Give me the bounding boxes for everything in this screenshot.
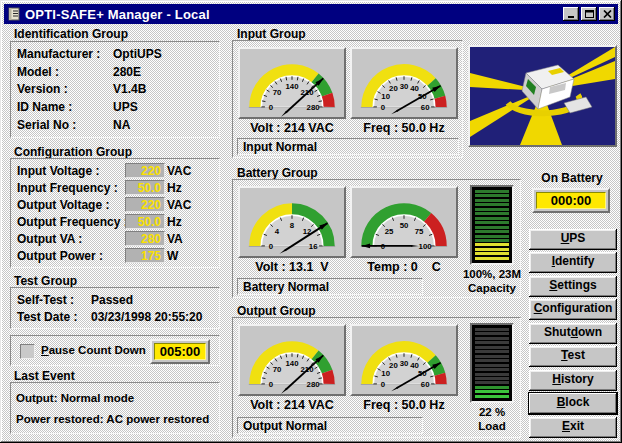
output-va-value: 280	[125, 231, 165, 246]
self-test-value: Passed	[91, 293, 133, 307]
output-load-bar	[470, 323, 514, 403]
input-volt-gauge-panel: 070140210280	[238, 47, 346, 119]
battery-temp-gauge: 0255075100	[352, 188, 456, 256]
input-voltage-value: 220	[125, 163, 165, 178]
app-window: OPTI-SAFE+ Manager - Local Identificatio…	[0, 0, 622, 443]
block-button[interactable]: Block	[529, 393, 617, 414]
svg-text:30: 30	[400, 82, 409, 91]
svg-text:60: 60	[421, 380, 430, 389]
ups-picture	[468, 45, 617, 147]
output-group-title: Output Group	[237, 304, 316, 318]
version-value: V1.4B	[113, 82, 146, 96]
configuration-group-title: Configuration Group	[14, 145, 132, 159]
output-volt-caption: Volt : 214 VAC	[238, 398, 346, 412]
svg-text:0: 0	[269, 103, 274, 112]
svg-text:8: 8	[290, 221, 295, 230]
svg-text:75: 75	[415, 227, 424, 236]
last-event-line-1: Output: Normal mode	[16, 392, 214, 404]
output-frequency-row: Output Frequency :50.0Hz	[17, 214, 213, 229]
maximize-icon[interactable]	[581, 7, 597, 21]
battery-group-title: Battery Group	[237, 166, 318, 180]
output-group-panel: 070140210280 0102030405060 Volt : 214 VA…	[232, 317, 521, 438]
identification-group-title: Identification Group	[14, 27, 128, 41]
model-row: Model :280E	[17, 65, 213, 79]
battery-volt-gauge-panel: 0481216	[238, 186, 346, 258]
svg-text:16: 16	[309, 242, 318, 251]
svg-text:10: 10	[381, 369, 390, 378]
ups-button[interactable]: UPS	[529, 229, 617, 250]
configuration-button[interactable]: Configuration	[529, 299, 617, 320]
output-va-row: Output VA :280VA	[17, 231, 213, 246]
battery-volt-gauge: 0481216	[240, 188, 344, 256]
identification-panel: Manufacturer :OptiUPS Model :280E Versio…	[10, 41, 220, 138]
svg-text:140: 140	[285, 82, 299, 91]
ups-3d-image	[470, 47, 615, 145]
output-load-label: 22 % Load	[459, 405, 525, 433]
input-freq-caption: Freq : 50.0 Hz	[350, 121, 458, 135]
exit-button[interactable]: Exit	[529, 417, 617, 438]
output-volt-gauge: 070140210280	[240, 326, 344, 394]
settings-button[interactable]: Settings	[529, 276, 617, 297]
last-event-title: Last Event	[14, 369, 75, 383]
serial-no-value: NA	[113, 118, 130, 132]
output-freq-gauge-panel: 0102030405060	[350, 324, 458, 396]
battery-capacity-bar	[470, 185, 514, 265]
input-freq-gauge-panel: 0102030405060	[350, 47, 458, 119]
titlebar[interactable]: OPTI-SAFE+ Manager - Local	[4, 4, 618, 24]
svg-text:0: 0	[381, 380, 386, 389]
input-volt-gauge: 070140210280	[240, 49, 344, 117]
input-group-title: Input Group	[237, 27, 306, 41]
output-freq-gauge: 0102030405060	[352, 326, 456, 394]
battery-temp-gauge-panel: 0255075100	[350, 186, 458, 258]
output-frequency-value: 50.0	[125, 214, 165, 229]
svg-text:50: 50	[400, 221, 409, 230]
input-frequency-value: 50.0	[125, 180, 165, 195]
test-panel: Self-Test :Passed Test Date :03/23/1998 …	[10, 287, 220, 329]
pause-countdown-display: 005:00	[154, 343, 206, 360]
last-event-panel: Output: Normal mode Power restored: AC p…	[10, 382, 220, 434]
test-date-value: 03/23/1998 20:55:20	[91, 310, 202, 324]
svg-text:0: 0	[269, 380, 274, 389]
configuration-panel: Input Voltage :220VAC Input Frequency :5…	[10, 158, 220, 268]
on-battery-display-frame: 000:00	[532, 188, 610, 213]
svg-text:70: 70	[273, 88, 282, 97]
on-battery-display: 000:00	[536, 192, 606, 209]
input-volt-caption: Volt : 214 VAC	[238, 121, 346, 135]
pause-count-down-label[interactable]: Pause Count Down	[41, 336, 146, 365]
svg-text:0: 0	[269, 242, 274, 251]
battery-temp-caption: Temp : 0 C	[350, 260, 458, 274]
history-button[interactable]: History	[529, 370, 617, 391]
output-freq-caption: Freq : 50.0 Hz	[350, 398, 458, 412]
id-name-row: ID Name :UPS	[17, 100, 213, 114]
test-group-title: Test Group	[14, 274, 77, 288]
svg-text:10: 10	[381, 92, 390, 101]
serial-no-row: Serial No :NA	[17, 118, 213, 132]
output-voltage-row: Output Voltage :220VAC	[17, 197, 213, 212]
id-name-value: UPS	[113, 100, 138, 114]
shutdown-button[interactable]: Shutdown	[529, 323, 617, 344]
window-controls	[563, 7, 615, 21]
svg-text:30: 30	[400, 359, 409, 368]
output-volt-gauge-panel: 070140210280	[238, 324, 346, 396]
svg-text:20: 20	[389, 361, 398, 370]
svg-text:70: 70	[273, 365, 282, 374]
input-status: Input Normal	[237, 138, 459, 155]
svg-text:4: 4	[275, 227, 280, 236]
model-value: 280E	[113, 65, 141, 79]
battery-capacity-label: 100%, 23M Capacity	[459, 267, 525, 295]
svg-text:280: 280	[307, 380, 321, 389]
pause-panel: Pause Count Down 005:00	[10, 335, 220, 366]
pause-count-down-checkbox[interactable]	[20, 344, 35, 359]
svg-text:0: 0	[381, 103, 386, 112]
battery-status: Battery Normal	[237, 278, 423, 295]
output-voltage-value: 220	[125, 197, 165, 212]
identify-button[interactable]: Identify	[529, 252, 617, 273]
svg-text:20: 20	[389, 84, 398, 93]
svg-text:25: 25	[385, 227, 394, 236]
close-icon[interactable]	[599, 7, 615, 21]
input-voltage-row: Input Voltage :220VAC	[17, 163, 213, 178]
input-frequency-row: Input Frequency :50.0Hz	[17, 180, 213, 195]
minimize-icon[interactable]	[563, 7, 579, 21]
output-power-row: Output Power :175W	[17, 248, 213, 263]
test-button[interactable]: Test	[529, 346, 617, 367]
